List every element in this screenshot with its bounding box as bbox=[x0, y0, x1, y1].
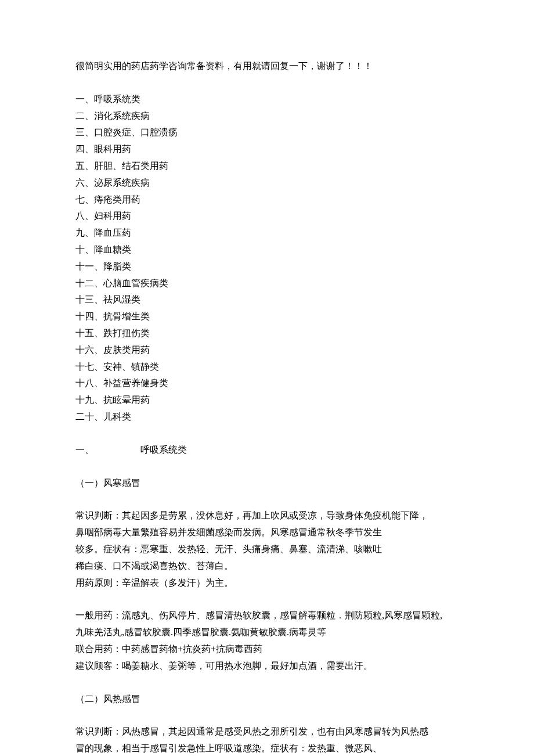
section-heading: 一、呼吸系统类 bbox=[75, 442, 459, 459]
paragraph: 一般用药：流感丸、伤风停片、感冒清热软胶囊，感冒解毒颗粒．荆防颗粒,风寒感冒颗粒… bbox=[75, 607, 459, 674]
toc-item: 十二、心脑血管疾病类 bbox=[75, 275, 459, 292]
toc-item: 十五、跌打扭伤类 bbox=[75, 325, 459, 342]
section-number: 一、 bbox=[75, 445, 94, 455]
toc-item: 十九、抗眩晕用药 bbox=[75, 392, 459, 409]
toc-item: 十一、降脂类 bbox=[75, 258, 459, 275]
text-line: 常识判断：其起因多是劳累，没休息好，再加上吹风或受凉，导致身体免疫机能下降， bbox=[75, 507, 459, 524]
subsection-heading: （一）风寒感冒 bbox=[75, 475, 459, 492]
toc-item: 五、肝胆、结石类用药 bbox=[75, 158, 459, 175]
toc-item: 八、妇科用药 bbox=[75, 208, 459, 225]
toc-item: 七、痔疮类用药 bbox=[75, 192, 459, 208]
toc-item: 六、泌尿系统疾病 bbox=[75, 175, 459, 192]
toc-item: 四、眼科用药 bbox=[75, 141, 459, 158]
text-line: 稀白痰、口不渴或渴喜热饮、苔薄白。 bbox=[75, 558, 459, 575]
text-line: 冒的现象，相当于感冒引发急性上呼吸道感染。症状有：发热重、微恶风、 bbox=[75, 740, 459, 756]
text-line: 建议顾客：喝姜糖水、姜粥等，可用热水泡脚，最好加点酒，需要出汗。 bbox=[75, 658, 459, 675]
toc-item: 二十、儿科类 bbox=[75, 409, 459, 426]
toc-item: 十三、祛风湿类 bbox=[75, 291, 459, 308]
toc-item: 十、降血糖类 bbox=[75, 242, 459, 258]
table-of-contents: 一、呼吸系统类 二、消化系统疾病 三、口腔炎症、口腔溃疡 四、眼科用药 五、肝胆… bbox=[75, 91, 459, 426]
toc-item: 九、降血压药 bbox=[75, 225, 459, 242]
text-line: 常识判断：风热感冒，其起因通常是感受风热之邪所引发，也有由风寒感冒转为风热感 bbox=[75, 723, 459, 740]
toc-item: 十八、补益营养健身类 bbox=[75, 375, 459, 392]
text-line: 用药原则：辛温解表（多发汗）为主。 bbox=[75, 575, 459, 592]
text-line: 联合用药：中药感冒药物+抗炎药+抗病毒西药 bbox=[75, 641, 459, 658]
text-line: 较多。症状有：恶寒重、发热轻、无汗、头痛身痛、鼻塞、流清涕、咳嗽吐 bbox=[75, 541, 459, 558]
paragraph: 常识判断：其起因多是劳累，没休息好，再加上吹风或受凉，导致身体免疫机能下降， 鼻… bbox=[75, 507, 459, 591]
text-line: 九味羌活丸,感冒软胶囊.四季感冒胶囊.氨咖黄敏胶囊.病毒灵等 bbox=[75, 624, 459, 641]
subsection-heading: （二）风热感冒 bbox=[75, 691, 459, 708]
toc-item: 一、呼吸系统类 bbox=[75, 91, 459, 108]
text-line: 鼻咽部病毒大量繁殖容易并发细菌感染而发病。风寒感冒通常秋冬季节发生 bbox=[75, 524, 459, 541]
document-title: 很简明实用的药店药学咨询常备资料，有用就请回复一下，谢谢了！！！ bbox=[75, 58, 459, 75]
toc-item: 二、消化系统疾病 bbox=[75, 108, 459, 125]
toc-item: 十六、皮肤类用药 bbox=[75, 342, 459, 359]
paragraph: 常识判断：风热感冒，其起因通常是感受风热之邪所引发，也有由风寒感冒转为风热感 冒… bbox=[75, 723, 459, 756]
toc-item: 三、口腔炎症、口腔溃疡 bbox=[75, 124, 459, 141]
text-line: 一般用药：流感丸、伤风停片、感冒清热软胶囊，感冒解毒颗粒．荆防颗粒,风寒感冒颗粒… bbox=[75, 607, 459, 624]
section-title: 呼吸系统类 bbox=[140, 445, 187, 455]
toc-item: 十四、抗骨增生类 bbox=[75, 308, 459, 325]
toc-item: 十七、安神、镇静类 bbox=[75, 359, 459, 376]
